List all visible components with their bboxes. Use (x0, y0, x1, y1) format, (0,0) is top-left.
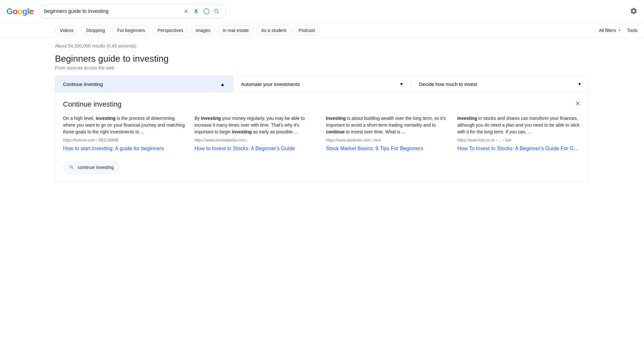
voice-search-button[interactable] (192, 7, 200, 15)
card-url: https://www.investopedia.com › (195, 138, 318, 142)
expanded-panel: Continue investing On a high level, inve… (55, 92, 589, 182)
search-suggestion[interactable]: continue investing (63, 161, 120, 173)
chevron-down-icon: ▾ (400, 81, 403, 87)
card-link[interactable]: How To Invest In Stocks: A Beginner's Gu… (457, 145, 581, 152)
main-content: About 54,200,000 results (0.45 seconds) … (0, 38, 644, 192)
filter-chip-videos[interactable]: Videos (55, 26, 79, 35)
filter-chip-shopping[interactable]: Shopping (81, 26, 110, 35)
header-right (630, 7, 638, 16)
lens-button[interactable] (203, 7, 210, 15)
result-card: Investing is about building wealth over … (326, 115, 450, 152)
accordion-tab-label: Decide how much to invest (419, 81, 477, 87)
filter-chip-as-a-student[interactable]: As a student (256, 26, 291, 35)
header: Google beginners guide to investing (0, 0, 644, 23)
filter-chip-in-real-estate[interactable]: In real estate (218, 26, 254, 35)
filters-right: All filters Tools (599, 28, 638, 33)
card-snippet: By investing your money regularly, you m… (195, 115, 318, 135)
tools-button[interactable]: Tools (627, 28, 638, 33)
chevron-up-icon: ▲ (220, 81, 225, 87)
filters-bar: Videos Shopping For beginners Perspectiv… (0, 23, 644, 38)
card-link[interactable]: How to start investing: A guide for begi… (63, 145, 187, 152)
result-card: Investing in stocks and shares can trans… (457, 115, 581, 152)
panel-close-button[interactable] (575, 100, 581, 108)
expanded-panel-title: Continue investing (63, 100, 581, 109)
chevron-down-icon: ▾ (578, 81, 581, 87)
settings-button[interactable] (630, 7, 638, 16)
search-button[interactable] (213, 7, 221, 15)
card-url: https://www.bankrate.com › inve (326, 138, 450, 142)
card-snippet: On a high level, investing is the proces… (63, 115, 187, 135)
accordion-tab-label: Continue investing (63, 81, 103, 87)
accordion-tab-continue-investing[interactable]: Continue investing ▲ (55, 76, 233, 92)
filter-chip-perspectives[interactable]: Perspectives (153, 26, 188, 35)
card-link[interactable]: How to Invest in Stocks: A Beginner's Gu… (195, 145, 318, 152)
filter-chip-images[interactable]: Images (191, 26, 215, 35)
accordion-tab-decide[interactable]: Decide how much to invest ▾ (411, 76, 589, 92)
search-suggestion-icon (69, 165, 74, 170)
result-card: By investing your money regularly, you m… (195, 115, 318, 152)
all-filters-label: All filters (599, 28, 616, 33)
chevron-down-icon (617, 28, 622, 33)
accordion-tabs: Continue investing ▲ Automate your inves… (55, 76, 589, 92)
google-logo: Google (6, 6, 34, 16)
card-link[interactable]: Stock Market Basics: 9 Tips For Beginner… (326, 145, 450, 152)
panel-subtitle: From sources across the web (55, 65, 589, 70)
search-icons (183, 7, 221, 15)
all-filters-button[interactable]: All filters (599, 28, 622, 33)
accordion-tab-automate[interactable]: Automate your investments ▾ (233, 76, 411, 92)
filter-chip-for-beginners[interactable]: For beginners (112, 26, 150, 35)
result-card: On a high level, investing is the proces… (63, 115, 187, 152)
search-input[interactable]: beginners guide to investing (44, 8, 179, 14)
clear-button[interactable] (183, 8, 190, 15)
card-url: https://www.fool.co.uk › ... › Get (457, 138, 581, 142)
result-cards-grid: On a high level, investing is the proces… (63, 115, 581, 152)
panel-title: Beginners guide to investing (55, 54, 589, 64)
filter-chip-podcast[interactable]: Podcast (294, 26, 320, 35)
search-bar: beginners guide to investing (39, 5, 226, 18)
results-count: About 54,200,000 results (0.45 seconds) (55, 43, 589, 48)
card-url: https://fortune.com › RECOMME (63, 138, 187, 142)
card-snippet: Investing is about building wealth over … (326, 115, 450, 135)
accordion-tab-label: Automate your investments (241, 81, 300, 87)
card-snippet: Investing in stocks and shares can trans… (457, 115, 581, 135)
search-suggestion-text: continue investing (78, 165, 114, 170)
